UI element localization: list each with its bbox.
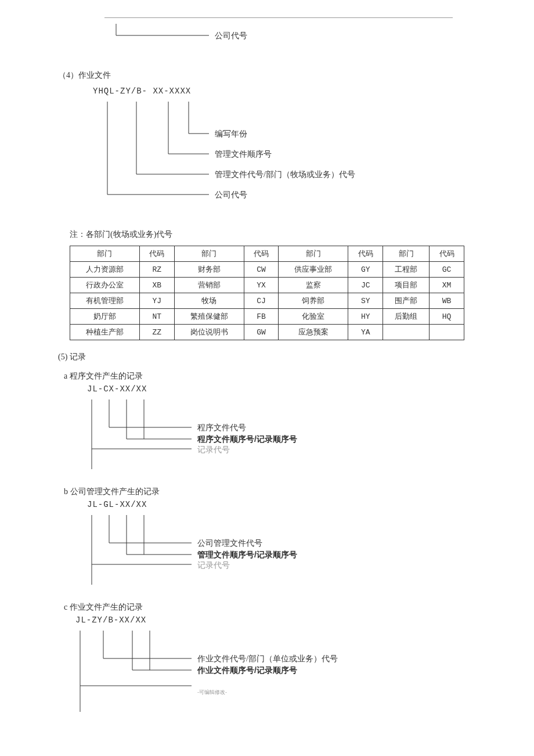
s5a-l1: 程序文件代号 [197, 423, 246, 433]
table-row: 有机管理部YJ牧场CJ饲养部SY围产部WB [70, 293, 464, 309]
s5a-l2: 程序文件顺序号/记录顺序号 [197, 434, 297, 445]
s5b-code: JL-GL-XX/XX [87, 500, 476, 509]
table-cell: 围产部 [383, 293, 430, 309]
table-cell: YJ [139, 293, 174, 309]
section4-title: （4）作业文件 [58, 70, 476, 81]
table-row: 人力资源部RZ财务部CW供应事业部GY工程部GC [70, 262, 464, 278]
table-row: 行政办公室XB营销部YX监察JC项目部XM [70, 278, 464, 293]
table-cell: YX [244, 278, 279, 293]
s5a-l3: 记录代号 [197, 445, 230, 455]
s5c-l2: 作业文件顺序号/记录顺序号 [197, 665, 297, 676]
table-cell: JC [348, 278, 383, 293]
table-cell: 化验室 [279, 309, 348, 325]
s5c-title: c 作业文件产生的记录 [64, 602, 476, 613]
table-cell: RZ [139, 262, 174, 278]
s4-label4: 公司代号 [215, 190, 247, 200]
th: 部门 [383, 246, 430, 262]
table-cell [430, 325, 464, 340]
table-cell: 财务部 [174, 262, 244, 278]
table-cell: HQ [430, 309, 464, 325]
section5-title: (5) 记录 [58, 352, 476, 362]
th: 代码 [139, 246, 174, 262]
s5c-l1: 作业文件代号/部门（单位或业务）代号 [197, 654, 338, 664]
table-cell: XB [139, 278, 174, 293]
th: 代码 [348, 246, 383, 262]
table-cell: SY [348, 293, 383, 309]
s4-label2: 管理文件顺序号 [215, 149, 272, 160]
table-cell: CJ [244, 293, 279, 309]
s5b-title: b 公司管理文件产生的记录 [64, 487, 476, 497]
s5b-l1: 公司管理文件代号 [197, 538, 262, 549]
s5b-l3: 记录代号 [197, 560, 230, 571]
top-rule [104, 17, 453, 18]
table-cell [383, 325, 430, 340]
table-cell: XM [430, 278, 464, 293]
table-cell: GY [348, 262, 383, 278]
table-cell: 供应事业部 [279, 262, 348, 278]
table-cell: 奶厅部 [70, 309, 140, 325]
table-note: 注：各部门(牧场或业务)代号 [70, 229, 476, 240]
table-cell: 应急预案 [279, 325, 348, 340]
s5c-code: JL-ZY/B-XX/XX [75, 615, 476, 625]
s5a-code: JL-CX-XX/XX [87, 384, 476, 394]
footer-text: -可编辑修改- [197, 689, 227, 696]
table-cell: 项目部 [383, 278, 430, 293]
table-cell: YA [348, 325, 383, 340]
table-cell: 有机管理部 [70, 293, 140, 309]
dept-code-table: 部门 代码 部门 代码 部门 代码 部门 代码 人力资源部RZ财务部CW供应事业… [70, 246, 464, 340]
table-cell: HY [348, 309, 383, 325]
th: 部门 [174, 246, 244, 262]
table-row: 种植生产部ZZ岗位说明书GW应急预案YA [70, 325, 464, 340]
table-cell: 行政办公室 [70, 278, 140, 293]
top-company-label: 公司代号 [215, 31, 247, 41]
table-cell: 岗位说明书 [174, 325, 244, 340]
top-diagram-lines [58, 24, 464, 47]
table-cell: GW [244, 325, 279, 340]
table-cell: 人力资源部 [70, 262, 140, 278]
s5b-l2: 管理文件顺序号/记录顺序号 [197, 550, 297, 560]
table-cell: 牧场 [174, 293, 244, 309]
table-header-row: 部门 代码 部门 代码 部门 代码 部门 代码 [70, 246, 464, 262]
table-cell: 后勤组 [383, 309, 430, 325]
table-cell: GC [430, 262, 464, 278]
th: 部门 [279, 246, 348, 262]
table-cell: 繁殖保健部 [174, 309, 244, 325]
s4-label1: 编写年份 [215, 129, 247, 139]
table-cell: 饲养部 [279, 293, 348, 309]
table-cell: 种植生产部 [70, 325, 140, 340]
table-cell: 营销部 [174, 278, 244, 293]
s5a-title: a 程序文件产生的记录 [64, 371, 476, 381]
th: 部门 [70, 246, 140, 262]
table-cell: CW [244, 262, 279, 278]
s4-label3: 管理文件代号/部门（牧场或业务）代号 [215, 170, 355, 180]
table-cell: ZZ [139, 325, 174, 340]
table-cell: WB [430, 293, 464, 309]
table-row: 奶厅部NT繁殖保健部FB化验室HY后勤组HQ [70, 309, 464, 325]
section4-code: YHQL-ZY/B- XX-XXXX [93, 87, 476, 96]
th: 代码 [430, 246, 464, 262]
table-cell: FB [244, 309, 279, 325]
table-cell: NT [139, 309, 174, 325]
th: 代码 [244, 246, 279, 262]
table-cell: 工程部 [383, 262, 430, 278]
table-cell: 监察 [279, 278, 348, 293]
